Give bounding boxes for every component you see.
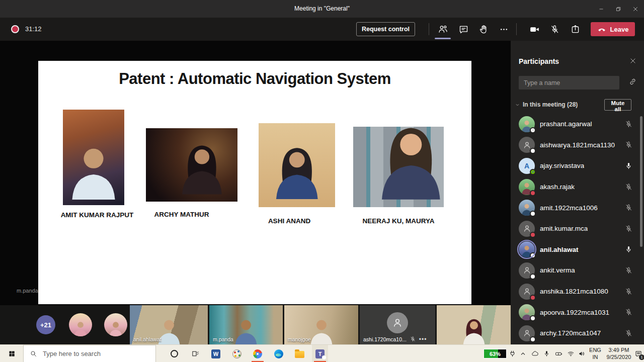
minimize-button[interactable] [593,0,610,18]
participants-panel: Participants In this meeting (28) Mute a… [511,41,644,344]
participant-search-input[interactable] [519,76,619,89]
mic-muted-icon[interactable] [624,224,633,233]
participant-row[interactable]: ankit.verma [511,260,644,281]
taskbar-search[interactable] [23,345,156,362]
participant-row[interactable]: amit.1922mca1006 [511,197,644,218]
participant-row[interactable]: apoorva.1922mca1031 [511,302,644,323]
mic-muted-icon[interactable] [624,266,633,275]
panel-scrollbar[interactable] [640,116,642,247]
tray-microphone-icon[interactable] [542,345,551,362]
mute-all-button[interactable]: Mute all [604,99,631,111]
photo-archy-mathur [146,128,237,202]
mic-muted-icon[interactable] [624,287,633,296]
mic-muted-icon[interactable] [624,308,633,317]
participant-row[interactable]: archy.1720mca1047 [511,323,644,344]
avatar [519,116,535,132]
presence-badge-offline [530,127,536,133]
presence-badge [530,252,536,258]
video-tile-manojgoe[interactable]: manojgoe [284,305,358,344]
overflow-count-badge[interactable]: +21 [36,315,55,334]
camera-toggle-button[interactable] [525,21,543,37]
participant-name: ankit.verma [540,266,575,274]
raise-hand-button[interactable] [474,21,493,37]
start-button[interactable] [0,345,23,362]
leave-button[interactable]: Leave [591,22,635,36]
wifi-icon[interactable] [566,345,576,362]
participants-button[interactable] [434,21,452,37]
action-center-button[interactable]: 1 [633,345,644,362]
request-control-button[interactable]: Request control [356,22,415,36]
participant-row[interactable]: akash.rajak [511,176,644,198]
tile-more-options-icon[interactable]: ••• [419,338,427,341]
mic-muted-icon[interactable] [624,204,633,212]
avatar [519,179,535,195]
paint-app-icon[interactable] [229,345,245,362]
avatar [519,200,535,216]
participant-name: akash.rajak [540,183,575,191]
meeting-timer: 31:12 [25,18,42,41]
mic-muted-icon[interactable] [624,120,633,128]
mic-muted-icon[interactable] [624,329,633,337]
volume-icon[interactable] [577,345,587,362]
onedrive-icon[interactable] [530,345,540,362]
cortana-button[interactable] [166,345,182,362]
avatar-speaking [519,241,535,257]
mic-on-icon[interactable] [624,245,633,254]
tile-name-label: anil.ahlawat [133,336,161,342]
photo-neeraj-ku-maurya [353,127,444,207]
participant-avatar[interactable] [104,313,127,336]
avatar: A [519,158,535,174]
hangup-icon [597,25,606,34]
caption-neeraj-ku-maurya: NEERAJ KU, MAURYA [353,217,444,225]
date-label: 9/25/2020 [607,354,631,361]
more-actions-button[interactable] [495,21,513,37]
power-plug-icon[interactable] [508,345,517,362]
maximize-button[interactable] [610,0,627,18]
mic-muted-icon[interactable] [624,141,633,149]
tray-expand-chevron-icon[interactable] [518,345,527,362]
teams-app-icon[interactable]: T [312,345,328,362]
close-window-button[interactable] [627,0,644,18]
taskbar-clock[interactable]: 3:49 PM 9/25/2020 [604,345,634,362]
file-explorer-icon[interactable] [291,345,307,362]
presence-badge-available [530,169,536,175]
edge-app-icon[interactable] [271,345,287,362]
mic-on-icon[interactable] [624,161,633,170]
participant-list: prashant.agarwal aishwarya.1821mca1130 A… [511,114,644,344]
participant-avatar[interactable] [69,313,92,336]
window-title: Meeting in "General" [0,0,644,18]
participant-row[interactable]: amit.kumar.mca [511,218,644,239]
word-app-icon[interactable]: W [208,345,224,362]
leave-label: Leave [610,26,629,33]
in-meeting-count-label: In this meeting (28) [523,101,578,108]
battery-status-icon[interactable] [553,345,564,362]
participant-row[interactable]: prashant.agarwal [511,114,644,135]
language-indicator[interactable]: ENG IN [587,345,604,362]
presence-badge [530,148,536,154]
battery-percentage-widget[interactable]: 63% [484,349,507,358]
copy-join-link-icon[interactable] [628,77,637,86]
chrome-app-icon[interactable] [250,345,266,362]
close-panel-button[interactable] [629,57,637,65]
video-tile[interactable] [437,305,511,344]
participant-name: archy.1720mca1047 [540,329,601,337]
participant-row[interactable]: anil.ahlawat [511,239,644,260]
caption-archy-mathur: ARCHY MATHUR [141,211,222,218]
mic-muted-toggle-button[interactable] [545,21,564,37]
collapse-chevron-icon[interactable] [515,102,520,108]
chat-button[interactable] [454,21,472,37]
participant-row[interactable]: A ajay.srivastava [511,155,644,176]
task-view-button[interactable] [187,345,203,362]
audio-tile-ashi[interactable]: ashi.1720mca10... ••• [360,305,435,344]
photo-ashi-anand [259,123,335,207]
video-tile-anil-ahlawat[interactable]: anil.ahlawat [130,305,208,344]
mic-muted-icon[interactable] [624,183,633,191]
region-code: IN [593,354,598,361]
video-tile-m-panda[interactable]: m.panda [209,305,283,344]
participant-row[interactable]: aishwarya.1821mca1130 [511,135,644,156]
taskbar-search-input[interactable] [42,349,137,358]
share-screen-button[interactable] [566,21,584,37]
participant-row[interactable]: anshika.1821mca1080 [511,281,644,302]
avatar [519,137,535,153]
presence-badge [530,315,536,321]
